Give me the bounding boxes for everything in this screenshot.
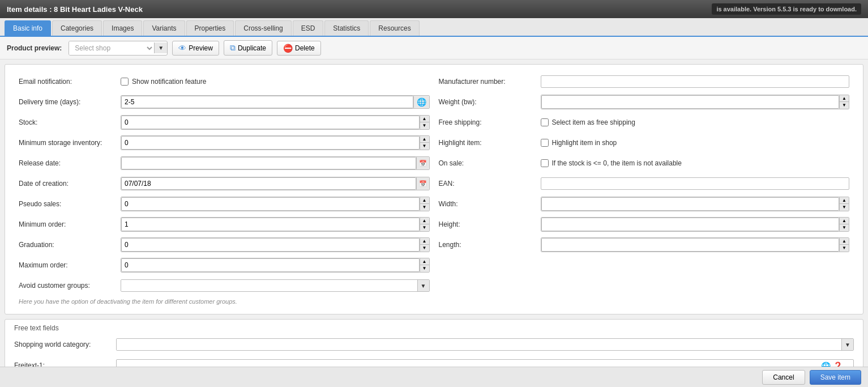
shopping-world-category-select[interactable] [117, 339, 841, 350]
min-storage-up-btn[interactable]: ▲ [420, 136, 429, 143]
date-of-creation-input[interactable] [121, 177, 416, 190]
release-date-input[interactable] [121, 157, 416, 169]
min-order-control: ▲ ▼ [121, 217, 430, 232]
tab-esd[interactable]: ESD [293, 20, 324, 36]
stock-input[interactable] [121, 116, 420, 129]
ean-row: EAN: [439, 176, 850, 192]
date-of-creation-calendar-btn[interactable]: 📅 [416, 177, 429, 190]
ean-control [541, 177, 850, 190]
width-control: ▲ ▼ [541, 197, 850, 211]
avoid-customer-groups-row: Avoid customer groups: ▼ [19, 278, 430, 294]
stock-up-btn[interactable]: ▲ [420, 116, 429, 122]
height-spinner: ▲ ▼ [541, 217, 850, 232]
tab-cross-selling[interactable]: Cross-selling [235, 20, 291, 36]
length-input[interactable] [541, 238, 840, 252]
release-date-calendar-btn[interactable]: 📅 [416, 157, 429, 169]
min-order-input[interactable] [121, 218, 420, 231]
width-label: Width: [439, 200, 541, 208]
max-order-input[interactable] [121, 258, 420, 272]
weight-spinner: ▲ ▼ [541, 95, 850, 109]
tab-images[interactable]: Images [103, 20, 142, 36]
width-input[interactable] [541, 197, 840, 211]
free-shipping-checkbox[interactable] [541, 118, 549, 126]
graduation-row: Graduation: ▲ ▼ [19, 237, 430, 253]
weight-down-btn[interactable]: ▼ [840, 102, 849, 109]
email-notification-checkbox-label: Show notification feature [132, 78, 206, 86]
weight-input[interactable] [541, 95, 840, 109]
length-down-btn[interactable]: ▼ [840, 245, 849, 252]
width-up-btn[interactable]: ▲ [840, 197, 849, 204]
free-text-form: Shopping world category: ▼ Freitext-1: [5, 337, 863, 369]
min-order-row: Minimum order: ▲ ▼ [19, 216, 430, 232]
tab-properties[interactable]: Properties [186, 20, 234, 36]
length-up-btn[interactable]: ▲ [840, 238, 849, 245]
avoid-customer-groups-select-wrap: ▼ [121, 279, 430, 292]
width-row: Width: ▲ ▼ [439, 196, 850, 212]
avoid-customer-groups-select[interactable] [121, 280, 417, 291]
min-order-down-btn[interactable]: ▼ [420, 224, 429, 231]
min-storage-down-btn[interactable]: ▼ [420, 143, 429, 150]
pseudo-sales-input[interactable] [121, 197, 420, 211]
max-order-up-btn[interactable]: ▲ [420, 258, 429, 265]
graduation-input[interactable] [121, 238, 420, 252]
min-storage-spinner-btns: ▲ ▼ [420, 136, 429, 150]
duplicate-button[interactable]: ⧉ Duplicate [224, 40, 272, 56]
preview-label: Preview [189, 44, 213, 52]
free-shipping-label: Free shipping: [439, 118, 541, 126]
free-shipping-control: Select item as free shipping [541, 118, 850, 126]
stock-spinner: ▲ ▼ [121, 115, 430, 130]
manufacturer-number-input[interactable] [541, 75, 850, 88]
tab-variants[interactable]: Variants [143, 20, 185, 36]
tab-categories[interactable]: Categories [52, 20, 102, 36]
on-sale-row: On sale: If the stock is <= 0, the item … [439, 155, 850, 171]
height-control: ▲ ▼ [541, 217, 850, 232]
release-date-label: Release date: [19, 159, 121, 167]
weight-row: Weight (bw): ▲ ▼ [439, 94, 850, 110]
min-order-up-btn[interactable]: ▲ [420, 218, 429, 224]
pseudo-sales-spinner: ▲ ▼ [121, 197, 430, 211]
shopping-world-category-control: ▼ [116, 338, 854, 351]
delivery-time-control: 🌐 [121, 95, 430, 109]
highlight-item-label: Highlight item: [439, 139, 541, 147]
tab-resources[interactable]: Resources [370, 20, 419, 36]
on-sale-checkbox[interactable] [541, 159, 549, 167]
delivery-time-wrap: 🌐 [121, 95, 430, 109]
stock-down-btn[interactable]: ▼ [420, 122, 429, 129]
on-sale-checkbox-row: If the stock is <= 0, the item is not av… [541, 159, 682, 167]
delete-button[interactable]: ⛔ Delete [277, 41, 321, 56]
graduation-control: ▲ ▼ [121, 237, 430, 252]
max-order-down-btn[interactable]: ▼ [420, 265, 429, 272]
height-down-btn[interactable]: ▼ [840, 224, 849, 231]
on-sale-control: If the stock is <= 0, the item is not av… [541, 159, 850, 167]
shop-select-arrow[interactable]: ▼ [154, 42, 167, 53]
pseudo-sales-up-btn[interactable]: ▲ [420, 197, 429, 204]
highlight-item-checkbox[interactable] [541, 139, 549, 147]
shop-select[interactable]: Select shop [69, 41, 154, 55]
manufacturer-number-control [541, 75, 850, 88]
height-input[interactable] [541, 218, 840, 231]
min-order-spinner: ▲ ▼ [121, 217, 430, 232]
graduation-spinner: ▲ ▼ [121, 237, 430, 252]
delete-icon: ⛔ [283, 44, 293, 53]
shopping-world-category-arrow: ▼ [841, 339, 853, 350]
graduation-down-btn[interactable]: ▼ [420, 245, 429, 252]
height-up-btn[interactable]: ▲ [840, 218, 849, 224]
pseudo-sales-label: Pseudo sales: [19, 200, 121, 208]
preview-button[interactable]: 👁 Preview [172, 41, 219, 56]
min-storage-row: Minimum storage inventory: ▲ ▼ [19, 135, 430, 151]
email-notification-checkbox[interactable] [121, 78, 129, 86]
min-storage-input[interactable] [121, 136, 420, 150]
delivery-time-input[interactable] [121, 96, 413, 108]
stock-spinner-btns: ▲ ▼ [420, 116, 429, 129]
delivery-time-globe-btn[interactable]: 🌐 [413, 96, 429, 108]
min-storage-control: ▲ ▼ [121, 135, 430, 150]
tab-statistics[interactable]: Statistics [324, 20, 369, 36]
pseudo-sales-control: ▲ ▼ [121, 197, 430, 211]
bottom-bar: Cancel Save item [0, 367, 868, 369]
pseudo-sales-down-btn[interactable]: ▼ [420, 204, 429, 211]
graduation-up-btn[interactable]: ▲ [420, 238, 429, 245]
ean-input[interactable] [541, 177, 850, 190]
weight-up-btn[interactable]: ▲ [840, 95, 849, 102]
width-down-btn[interactable]: ▼ [840, 204, 849, 211]
tab-basic-info[interactable]: Basic info [5, 20, 51, 36]
